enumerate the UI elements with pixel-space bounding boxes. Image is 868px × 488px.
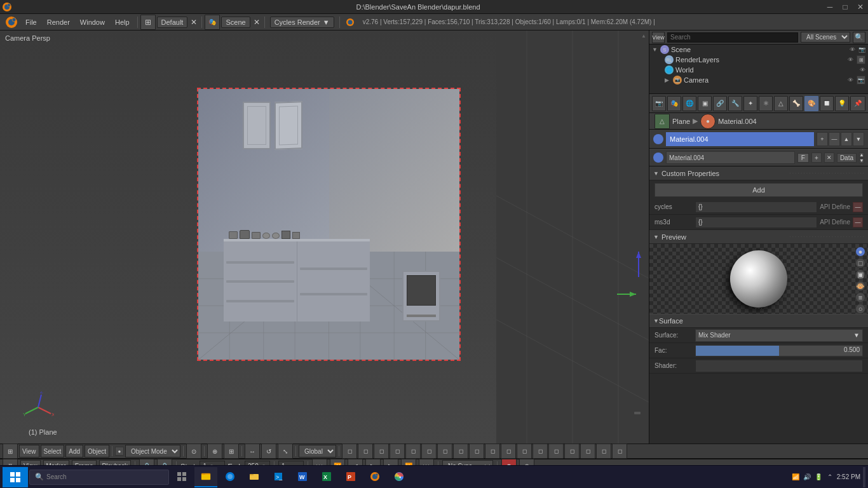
props-icon-particles[interactable]: ✦ [743, 96, 757, 111]
sys-battery-icon[interactable]: 🔋 [814, 473, 823, 482]
preview-cube-btn[interactable]: ▣ [855, 269, 865, 280]
taskbar-search[interactable]: 🔍 Search [29, 470, 169, 485]
tb-btn-17[interactable]: ◻ [596, 444, 611, 459]
taskbar-powerpoint-btn[interactable]: P [339, 467, 362, 487]
data-f-button[interactable]: F [797, 153, 809, 163]
outliner-search-input[interactable] [667, 32, 798, 43]
props-icon-render[interactable]: 📷 [652, 96, 666, 111]
select-menu-btn[interactable]: Select [41, 445, 65, 458]
props-icon-material[interactable]: 🎨 [804, 96, 818, 111]
preview-monkey-btn[interactable]: 🐵 [855, 281, 865, 291]
taskbar-folder-btn[interactable] [243, 467, 266, 487]
tb-btn-3[interactable]: ◻ [374, 444, 389, 459]
data-plus-btn[interactable]: + [811, 152, 822, 163]
props-icon-bone[interactable]: 🦴 [789, 96, 803, 111]
right-panel-scroll[interactable]: + — ▲ ▼ F + ✕ Data ▲ ▼ [649, 130, 868, 374]
taskbar-excel-btn[interactable]: X [315, 467, 338, 487]
taskbar-chrome-btn[interactable] [388, 467, 410, 487]
fac-slider[interactable]: 0.500 [695, 345, 863, 356]
tb-btn-12[interactable]: ◻ [517, 444, 532, 459]
breadcrumb-mat-icon-btn[interactable]: ● [700, 114, 715, 129]
timeline-resize-handle[interactable] [634, 412, 641, 414]
resize-handle-bar[interactable] [634, 412, 641, 414]
props-icon-world[interactable]: 🌐 [682, 96, 696, 111]
view-menu-btn[interactable]: View [19, 445, 39, 458]
scene-remove-btn[interactable]: ✕ [252, 14, 262, 30]
taskbar-vscode-btn[interactable]: >_ [267, 467, 290, 487]
preview-world-btn[interactable]: ○ [855, 304, 865, 314]
transform-rotate-btn[interactable]: ↺ [261, 444, 276, 459]
custom-properties-section-header[interactable]: ▼ Custom Properties · · · · · · · · · · … [649, 166, 868, 180]
tb-btn-15[interactable]: ◻ [564, 444, 580, 459]
global-selector[interactable]: Global [299, 445, 336, 458]
snap-btn-1[interactable]: ⊕ [207, 444, 222, 459]
taskbar-multiview-btn[interactable] [170, 467, 193, 487]
tb-btn-11[interactable]: ◻ [501, 444, 516, 459]
data-x-btn[interactable]: ✕ [824, 152, 834, 163]
tb-btn-5[interactable]: ◻ [405, 444, 421, 459]
render-engine-selector[interactable]: Cycles Render ▼ [270, 17, 334, 28]
viewport-resize-handle[interactable]: ▲ [641, 33, 646, 39]
tree-item-world[interactable]: 🌐 World 👁 [649, 65, 868, 75]
tb-btn-4[interactable]: ◻ [390, 444, 405, 459]
tb-btn-10[interactable]: ◻ [485, 444, 500, 459]
props-icon-physics[interactable]: ⚛ [759, 96, 773, 111]
tb-btn-13[interactable]: ◻ [532, 444, 548, 459]
minimize-button[interactable]: ─ [822, 0, 837, 14]
workspace-icon-btn[interactable]: ⊞ [140, 15, 156, 30]
sys-network-icon[interactable]: 📶 [791, 473, 800, 482]
tb-btn-7[interactable]: ◻ [437, 444, 452, 459]
add-menu-btn[interactable]: Add [65, 445, 83, 458]
renderlayers-eye-icon[interactable]: 👁 [848, 57, 853, 63]
viewport-type-icon[interactable]: ⊞ [3, 444, 18, 459]
custom-props-add-btn[interactable]: Add [654, 183, 863, 197]
snap-btn-2[interactable]: ⊞ [224, 444, 239, 459]
props-icon-lamp[interactable]: 💡 [835, 96, 849, 111]
world-eye-icon[interactable]: 👁 [860, 67, 865, 73]
start-button[interactable] [3, 467, 28, 487]
menu-render[interactable]: Render [42, 14, 75, 30]
camera-extra-btn[interactable]: 📷 [857, 76, 865, 85]
tree-item-renderlayers[interactable]: RL RenderLayers 👁 ⊞ [649, 55, 868, 65]
preview-sphere-btn[interactable]: ● [855, 247, 865, 257]
preview-hair-btn[interactable]: ≡ [855, 292, 865, 302]
material-name-field[interactable] [666, 132, 814, 146]
menu-help[interactable]: Help [110, 14, 135, 30]
preview-section-header[interactable]: ▼ Preview · · · · · · · · · · · · · · · … [649, 230, 868, 244]
tb-btn-14[interactable]: ◻ [548, 444, 564, 459]
workspace-selector[interactable]: Default [157, 17, 188, 28]
material-down-btn[interactable]: ▼ [853, 132, 864, 146]
material-add-btn[interactable]: + [817, 132, 828, 146]
maximize-button[interactable]: □ [837, 0, 853, 14]
material-up-btn[interactable]: ▲ [841, 132, 852, 146]
material-remove-btn[interactable]: — [829, 132, 840, 146]
surface-section-header[interactable]: ▼ Surface [649, 314, 868, 328]
scene-render-icon[interactable]: 📷 [858, 46, 865, 53]
surface-type-dropdown[interactable]: Mix Shader ▼ [695, 329, 863, 342]
notification-area[interactable]: ⌃ [825, 473, 834, 482]
sys-volume-icon[interactable]: 🔊 [803, 473, 811, 482]
mode-selector[interactable]: Object Mode [125, 445, 180, 458]
prop-remove-cycles[interactable]: — [853, 202, 863, 212]
workspace-add-btn[interactable]: ✕ [189, 14, 199, 30]
tb-btn-8[interactable]: ◻ [453, 444, 468, 459]
taskbar-browser-btn[interactable] [219, 467, 241, 487]
menu-window[interactable]: Window [75, 14, 110, 30]
prop-value-ms3d[interactable]: {} [695, 217, 817, 228]
preview-plane-btn[interactable]: □ [855, 258, 865, 268]
scenes-dropdown[interactable]: All Scenes [801, 32, 850, 43]
viewport-3d[interactable]: Camera Persp ▲ [0, 30, 649, 444]
camera-eye-icon[interactable]: 👁 [848, 77, 853, 83]
data-type-dropdown[interactable]: Data [837, 153, 857, 163]
menu-file[interactable]: File [20, 14, 42, 30]
outliner-view-btn[interactable]: View [652, 32, 665, 43]
breadcrumb-obj-icon-btn[interactable]: △ [654, 114, 670, 129]
close-button[interactable]: ✕ [853, 0, 868, 14]
transform-scale-btn[interactable]: ⤡ [278, 444, 293, 459]
taskbar-file-explorer-btn[interactable] [194, 467, 217, 487]
show-desktop-btn[interactable] [863, 467, 865, 487]
pivot-btn[interactable]: ⊙ [186, 444, 201, 459]
data-down-scroll[interactable]: ▼ [859, 158, 864, 163]
props-icon-scene[interactable]: 🎭 [667, 96, 681, 111]
tb-btn-16[interactable]: ◻ [580, 444, 595, 459]
